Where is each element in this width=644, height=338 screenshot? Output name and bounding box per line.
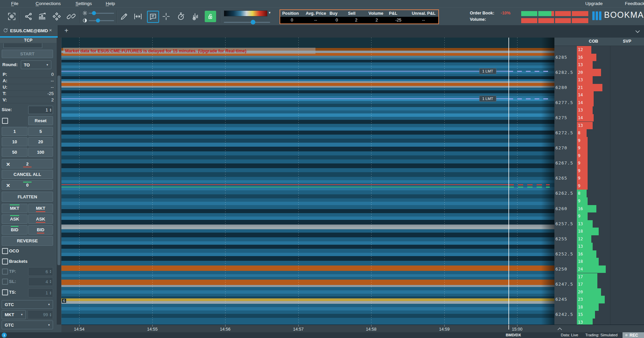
heatmap-band: [61, 245, 554, 249]
size-preset-10[interactable]: 10: [2, 137, 28, 146]
limit-order-line[interactable]: [61, 71, 508, 71]
panel-scrollbar[interactable]: [57, 38, 61, 325]
draw-icon[interactable]: [120, 12, 129, 21]
tab-instrument[interactable]: ESU5.CME@BMD ×: [0, 25, 58, 38]
menu-feedback[interactable]: Feedback: [625, 1, 644, 6]
time-tick: [79, 325, 80, 327]
limit-order-badge[interactable]: 1 LMT: [479, 68, 496, 74]
heatmap-band: [61, 216, 554, 220]
sl-checkbox[interactable]: [2, 279, 8, 285]
clipped-dropdown[interactable]: [3, 43, 42, 48]
size-input[interactable]: 1 ▲▼: [28, 106, 53, 114]
heatmap-band: [61, 120, 554, 124]
size-lock-checkbox[interactable]: [2, 118, 8, 124]
depth-value: 8: [578, 191, 581, 196]
flatten-button[interactable]: FLATTEN: [2, 192, 53, 202]
timer-icon[interactable]: [177, 12, 185, 21]
crosshair-icon[interactable]: [162, 12, 170, 21]
cob-header[interactable]: COB: [577, 39, 610, 44]
toolbar-separator: [19, 10, 20, 23]
depth-value: 9: [578, 160, 581, 165]
cancel-position-button[interactable]: ✕ 0: [2, 180, 53, 190]
menu-file[interactable]: File: [11, 1, 18, 6]
colormap-caret-icon[interactable]: ▼: [268, 11, 271, 14]
info-icon[interactable]: i: [2, 333, 7, 338]
menu-connections[interactable]: Connections: [36, 1, 61, 6]
cancel-working-button[interactable]: ✕ 2: [2, 159, 53, 168]
svp-header[interactable]: SVP: [610, 39, 644, 44]
panel-scrollbar-thumb[interactable]: [57, 76, 60, 265]
buy-bid-button[interactable]: BID: [2, 225, 28, 235]
status-data-feed: Data: Live: [561, 333, 578, 337]
depth-value: 13: [578, 62, 583, 67]
menu-upgrade[interactable]: Upgrade: [585, 1, 603, 6]
size-preset-50[interactable]: 50: [2, 148, 28, 157]
sl-input[interactable]: 4▲▼: [28, 277, 53, 286]
start-button[interactable]: START: [2, 50, 53, 58]
brightness-slider-thumb[interactable]: [92, 11, 96, 15]
limit-order-line[interactable]: [61, 98, 508, 99]
time-gridline: [152, 38, 153, 325]
heatmap-chart[interactable]: Market data for ESU5:CME:FUTURES is dela…: [61, 38, 554, 325]
sell-bid-button[interactable]: BID: [28, 225, 53, 235]
layers-icon[interactable]: [52, 12, 61, 21]
tif-dropdown-1[interactable]: GTC▼: [2, 300, 53, 309]
reveal-icon[interactable]: [191, 12, 199, 21]
ts-checkbox[interactable]: [2, 289, 8, 295]
sell-mkt-button[interactable]: MKT: [28, 204, 53, 213]
dom-row: 6282.520: [554, 69, 644, 77]
limit-order-badge[interactable]: 1 LMT: [479, 96, 496, 102]
size-preset-100[interactable]: 100: [28, 148, 53, 157]
stats-value-cell: 0: [280, 17, 304, 23]
tp-input[interactable]: 6▲▼: [28, 267, 53, 276]
snapshot-icon[interactable]: [7, 12, 16, 21]
menu-settings[interactable]: Settings: [76, 1, 92, 6]
round-dropdown[interactable]: TO ▼: [21, 60, 51, 69]
contrast-slider-thumb[interactable]: [96, 18, 100, 22]
oco-checkbox[interactable]: [2, 248, 8, 254]
reset-button[interactable]: Reset: [28, 116, 53, 125]
trading-panel: TCP START Round: TO ▼ P:0 A:-- U:-- T:-2…: [0, 38, 56, 338]
cancel-all-button[interactable]: CANCEL ALL: [2, 170, 53, 179]
size-preset-20[interactable]: 20: [28, 137, 53, 146]
offset-input[interactable]: 99▲▼: [28, 310, 53, 319]
lock-open-icon[interactable]: [205, 11, 216, 22]
size-preset-5[interactable]: 5: [28, 127, 53, 136]
reverse-button[interactable]: REVERSE: [2, 236, 53, 246]
buy-mkt-button[interactable]: MKT: [2, 204, 28, 213]
refresh-icon[interactable]: [3, 28, 8, 34]
measure-icon[interactable]: [134, 12, 142, 21]
colormap-slider-thumb[interactable]: [251, 20, 255, 25]
depth-value: 13: [578, 77, 583, 82]
chevron-down-icon[interactable]: [635, 29, 640, 34]
depth-bar: 16: [577, 250, 596, 258]
depth-value: 14: [578, 100, 583, 105]
size-preset-1[interactable]: 1: [2, 127, 28, 136]
heatmap-band: [61, 310, 554, 314]
new-tab-button[interactable]: +: [64, 27, 68, 35]
tp-checkbox[interactable]: [2, 269, 8, 275]
ts-input[interactable]: 1▲▼: [28, 288, 53, 297]
rec-indicator[interactable]: REC: [623, 332, 644, 338]
colormap-bar[interactable]: [224, 10, 267, 16]
depth-value: 13: [578, 107, 583, 112]
order-type-dropdown[interactable]: MKT▼: [2, 310, 26, 319]
depth-bar: 14: [577, 91, 594, 99]
menu-help[interactable]: Help: [106, 1, 115, 6]
stats-icon[interactable]: [38, 12, 47, 21]
price-label: 6260: [555, 206, 567, 211]
sell-ask-button[interactable]: ASK: [28, 214, 53, 224]
tab-close-icon[interactable]: ×: [49, 27, 52, 33]
buy-ask-button[interactable]: ASK: [2, 214, 28, 224]
link-icon[interactable]: [67, 12, 76, 21]
tif-dropdown-2[interactable]: GTC▼: [2, 321, 53, 329]
brackets-checkbox[interactable]: [2, 258, 8, 264]
contrast-slider[interactable]: [89, 20, 114, 21]
colormap-slider[interactable]: [224, 22, 270, 23]
brightness-slider[interactable]: [89, 13, 114, 14]
stepper-icon[interactable]: ▲▼: [49, 108, 53, 112]
time-axis[interactable]: 14:5414:5514:5614:5714:5814:5915:00: [61, 325, 644, 332]
notes-icon-selected[interactable]: [147, 11, 159, 23]
chevron-up-icon[interactable]: [557, 326, 562, 331]
share-icon[interactable]: [24, 12, 33, 21]
